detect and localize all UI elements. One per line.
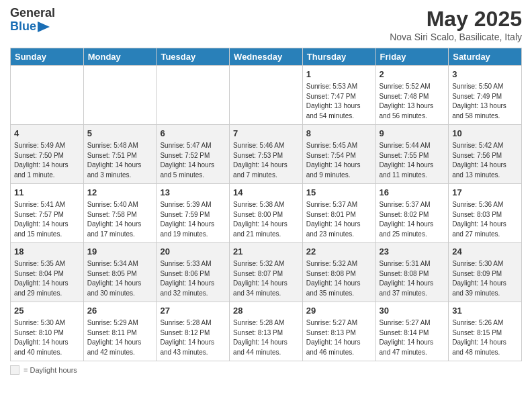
day-number: 29 (306, 305, 372, 317)
day-number: 1 (306, 68, 372, 81)
col-tuesday: Tuesday (157, 48, 230, 66)
table-row: 17Sunrise: 5:36 AM Sunset: 8:03 PM Dayli… (449, 184, 522, 243)
day-info: Sunrise: 5:33 AM Sunset: 8:06 PM Dayligh… (160, 259, 226, 298)
day-info: Sunrise: 5:27 AM Sunset: 8:14 PM Dayligh… (380, 318, 445, 357)
day-info: Sunrise: 5:37 AM Sunset: 8:01 PM Dayligh… (306, 200, 372, 239)
day-info: Sunrise: 5:28 AM Sunset: 8:13 PM Dayligh… (233, 318, 299, 357)
table-row: 21Sunrise: 5:32 AM Sunset: 8:07 PM Dayli… (230, 243, 303, 302)
day-number: 9 (380, 128, 445, 140)
table-row: 30Sunrise: 5:27 AM Sunset: 8:14 PM Dayli… (375, 302, 449, 361)
day-info: Sunrise: 5:48 AM Sunset: 7:51 PM Dayligh… (87, 141, 153, 180)
day-number: 24 (452, 246, 518, 258)
calendar-week-row: 11Sunrise: 5:41 AM Sunset: 7:57 PM Dayli… (11, 184, 522, 243)
table-row: 18Sunrise: 5:35 AM Sunset: 8:04 PM Dayli… (11, 243, 84, 302)
col-sunday: Sunday (11, 48, 84, 66)
logo-arrow-icon (38, 21, 50, 32)
location-title: Nova Siri Scalo, Basilicate, Italy (390, 32, 522, 42)
day-info: Sunrise: 5:52 AM Sunset: 7:48 PM Dayligh… (380, 82, 445, 121)
table-row: 27Sunrise: 5:28 AM Sunset: 8:12 PM Dayli… (157, 302, 230, 361)
table-row: 25Sunrise: 5:30 AM Sunset: 8:10 PM Dayli… (11, 302, 84, 361)
day-number: 22 (306, 246, 372, 258)
calendar-table: Sunday Monday Tuesday Wednesday Thursday… (10, 48, 522, 361)
table-row: 22Sunrise: 5:32 AM Sunset: 8:08 PM Dayli… (302, 243, 375, 302)
logo: General Blue (10, 7, 55, 34)
table-row (230, 66, 303, 125)
table-row: 2Sunrise: 5:52 AM Sunset: 7:48 PM Daylig… (375, 66, 449, 125)
day-info: Sunrise: 5:34 AM Sunset: 8:05 PM Dayligh… (87, 259, 153, 298)
table-row (157, 66, 230, 125)
day-number: 19 (87, 246, 153, 258)
day-info: Sunrise: 5:45 AM Sunset: 7:54 PM Dayligh… (306, 141, 372, 180)
day-info: Sunrise: 5:46 AM Sunset: 7:53 PM Dayligh… (233, 141, 299, 180)
day-info: Sunrise: 5:32 AM Sunset: 8:07 PM Dayligh… (233, 259, 299, 298)
table-row: 31Sunrise: 5:26 AM Sunset: 8:15 PM Dayli… (449, 302, 522, 361)
day-number: 23 (380, 246, 445, 258)
day-number: 27 (160, 305, 226, 317)
day-number: 15 (306, 187, 372, 199)
table-row: 23Sunrise: 5:31 AM Sunset: 8:08 PM Dayli… (375, 243, 449, 302)
table-row: 4Sunrise: 5:49 AM Sunset: 7:50 PM Daylig… (11, 125, 84, 184)
day-info: Sunrise: 5:28 AM Sunset: 8:12 PM Dayligh… (160, 318, 226, 357)
day-number: 17 (452, 187, 518, 199)
day-info: Sunrise: 5:35 AM Sunset: 8:04 PM Dayligh… (14, 259, 80, 298)
day-number: 10 (452, 128, 518, 140)
day-info: Sunrise: 5:37 AM Sunset: 8:02 PM Dayligh… (380, 200, 445, 239)
day-info: Sunrise: 5:32 AM Sunset: 8:08 PM Dayligh… (306, 259, 372, 298)
table-row: 20Sunrise: 5:33 AM Sunset: 8:06 PM Dayli… (157, 243, 230, 302)
table-row: 19Sunrise: 5:34 AM Sunset: 8:05 PM Dayli… (83, 243, 157, 302)
day-info: Sunrise: 5:41 AM Sunset: 7:57 PM Dayligh… (14, 200, 80, 239)
day-info: Sunrise: 5:30 AM Sunset: 8:10 PM Dayligh… (14, 318, 80, 357)
table-row: 1Sunrise: 5:53 AM Sunset: 7:47 PM Daylig… (302, 66, 375, 125)
day-info: Sunrise: 5:44 AM Sunset: 7:55 PM Dayligh… (380, 141, 445, 180)
table-row (11, 66, 84, 125)
day-number: 8 (306, 128, 372, 140)
day-number: 14 (233, 187, 299, 199)
day-number: 25 (14, 305, 80, 317)
table-row: 9Sunrise: 5:44 AM Sunset: 7:55 PM Daylig… (375, 125, 449, 184)
day-number: 18 (14, 246, 80, 258)
day-info: Sunrise: 5:30 AM Sunset: 8:09 PM Dayligh… (452, 259, 518, 298)
day-number: 13 (160, 187, 226, 199)
svg-marker-0 (38, 21, 50, 32)
day-number: 3 (452, 68, 518, 81)
table-row: 15Sunrise: 5:37 AM Sunset: 8:01 PM Dayli… (302, 184, 375, 243)
table-row: 5Sunrise: 5:48 AM Sunset: 7:51 PM Daylig… (83, 125, 157, 184)
day-info: Sunrise: 5:49 AM Sunset: 7:50 PM Dayligh… (14, 141, 80, 180)
col-wednesday: Wednesday (230, 48, 303, 66)
logo-general: General (10, 7, 55, 20)
table-row: 16Sunrise: 5:37 AM Sunset: 8:02 PM Dayli… (375, 184, 449, 243)
table-row: 10Sunrise: 5:42 AM Sunset: 7:56 PM Dayli… (449, 125, 522, 184)
day-number: 4 (14, 128, 80, 140)
col-friday: Friday (375, 48, 449, 66)
legend: = Daylight hours (10, 365, 522, 375)
day-number: 30 (380, 305, 445, 317)
day-number: 12 (87, 187, 153, 199)
table-row: 26Sunrise: 5:29 AM Sunset: 8:11 PM Dayli… (83, 302, 157, 361)
legend-label: = Daylight hours (24, 366, 77, 374)
calendar-week-row: 1Sunrise: 5:53 AM Sunset: 7:47 PM Daylig… (11, 66, 522, 125)
day-number: 21 (233, 246, 299, 258)
day-number: 16 (380, 187, 445, 199)
day-info: Sunrise: 5:50 AM Sunset: 7:49 PM Dayligh… (452, 82, 518, 121)
calendar-header-row: Sunday Monday Tuesday Wednesday Thursday… (11, 48, 522, 66)
day-number: 28 (233, 305, 299, 317)
day-info: Sunrise: 5:36 AM Sunset: 8:03 PM Dayligh… (452, 200, 518, 239)
col-thursday: Thursday (302, 48, 375, 66)
calendar-week-row: 18Sunrise: 5:35 AM Sunset: 8:04 PM Dayli… (11, 243, 522, 302)
day-info: Sunrise: 5:27 AM Sunset: 8:13 PM Dayligh… (306, 318, 372, 357)
month-title: May 2025 (390, 7, 522, 32)
table-row: 28Sunrise: 5:28 AM Sunset: 8:13 PM Dayli… (230, 302, 303, 361)
day-info: Sunrise: 5:26 AM Sunset: 8:15 PM Dayligh… (452, 318, 518, 357)
day-number: 2 (380, 68, 445, 81)
table-row: 11Sunrise: 5:41 AM Sunset: 7:57 PM Dayli… (11, 184, 84, 243)
day-number: 11 (14, 187, 80, 199)
table-row: 12Sunrise: 5:40 AM Sunset: 7:58 PM Dayli… (83, 184, 157, 243)
legend-box (10, 365, 19, 375)
day-number: 31 (452, 305, 518, 317)
table-row: 7Sunrise: 5:46 AM Sunset: 7:53 PM Daylig… (230, 125, 303, 184)
day-info: Sunrise: 5:40 AM Sunset: 7:58 PM Dayligh… (87, 200, 153, 239)
table-row: 3Sunrise: 5:50 AM Sunset: 7:49 PM Daylig… (449, 66, 522, 125)
day-number: 5 (87, 128, 153, 140)
day-info: Sunrise: 5:53 AM Sunset: 7:47 PM Dayligh… (306, 82, 372, 121)
day-number: 20 (160, 246, 226, 258)
